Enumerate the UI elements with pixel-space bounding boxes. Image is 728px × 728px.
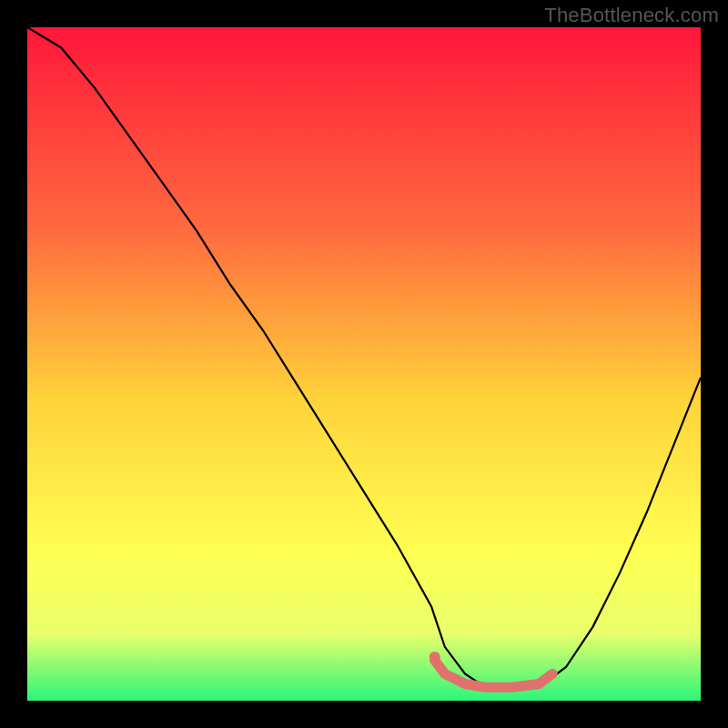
chart-svg: [27, 27, 701, 701]
bottleneck-chart: [27, 27, 701, 701]
heat-background: [27, 27, 701, 701]
frame: TheBottleneck.com: [0, 0, 728, 728]
accent-dot: [430, 652, 440, 662]
watermark: TheBottleneck.com: [544, 4, 719, 27]
